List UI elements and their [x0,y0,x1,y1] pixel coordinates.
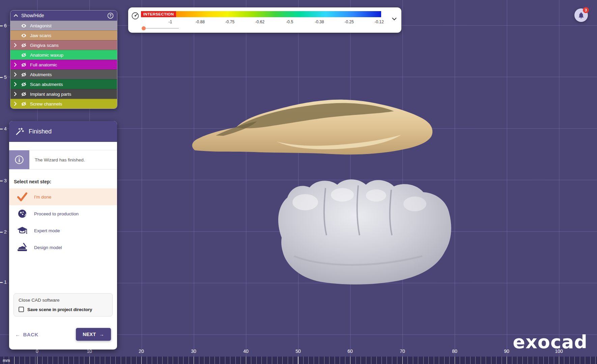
expand-chevron-right-icon[interactable] [14,102,18,106]
option-label: Expert mode [34,228,60,233]
option-label: Proceed to production [34,211,79,216]
gauge-icon[interactable] [131,12,139,20]
select-next-step-label: Select next step: [14,179,112,184]
wizard-footer: ← BACK NEXT → [9,328,117,341]
intersection-label: INTERSECTION [141,11,176,17]
chevron-down-icon[interactable] [392,18,397,21]
wizard-message: The Wizard has finished. [29,150,117,169]
bell-icon [578,11,585,19]
hidden-eye-icon[interactable] [21,62,27,68]
layer-row-antagonist[interactable]: Antagonist [10,21,117,30]
layer-row-full-anatomic[interactable]: Full anatomic [10,60,117,69]
notification-count-badge: 3 [583,7,589,13]
layer-label: Antagonist [30,23,52,28]
layer-label: Anatomic waxup [30,53,63,58]
tick-label: -0.75 [225,20,234,24]
option-proceed-to-production[interactable]: Proceed to production [9,205,117,222]
magic-wand-icon [15,127,24,136]
layer-row-anatomic-waxup[interactable]: Anatomic waxup [10,50,117,60]
tick-label: -0.5 [286,20,293,24]
intersection-panel: INTERSECTION -1 -0.88 -0.75 -0.62 -0.5 -… [128,7,401,33]
intersection-colorbar: INTERSECTION [141,11,381,17]
layer-label: Jaw scans [30,33,51,38]
svg-text:?: ? [109,14,111,18]
layer-label: Gingiva scans [30,43,59,48]
layer-row-scan-abutments[interactable]: Scan abutments [10,79,117,89]
hidden-eye-icon[interactable] [21,52,27,58]
wizard-info-banner: The Wizard has finished. [9,150,117,170]
tick-label: -0.62 [255,20,264,24]
slider-handle[interactable] [142,26,146,30]
back-label: BACK [23,332,38,337]
option-label: I'm done [34,194,51,200]
lower-jaw-model[interactable] [278,179,451,284]
layer-label: Scan abutments [30,82,63,87]
save-scene-checkbox-row[interactable]: Save scene in project directory [19,307,108,312]
show-hide-title: Show/Hide [21,13,44,18]
option-expert-mode[interactable]: Expert mode [9,222,117,239]
info-icon [15,155,24,164]
layer-row-gingiva-scans[interactable]: Gingiva scans [10,40,117,50]
layer-row-screw-channels[interactable]: Screw channels [10,99,117,109]
layer-label: Screw channels [30,101,62,107]
hidden-eye-icon[interactable] [21,82,27,87]
visible-eye-icon[interactable] [21,33,27,38]
back-arrow-icon: ← [15,332,21,337]
next-label: NEXT [83,332,96,337]
layer-label: Abutments [30,72,52,77]
expand-chevron-right-icon[interactable] [14,82,18,86]
wizard-header: Finished [9,121,117,142]
layer-row-implant-analog-parts[interactable]: Implant analog parts [10,89,117,99]
wizard-title: Finished [29,128,52,135]
notifications-button[interactable]: 3 [574,8,588,22]
tick-label: -0.12 [375,20,384,24]
tick-label: -0.38 [315,20,324,24]
option-label: Design model [34,245,62,250]
next-arrow-icon: → [100,332,105,337]
close-cad-title: Close CAD software [19,298,108,303]
design-model-icon [16,243,29,252]
expand-chevron-right-icon[interactable] [14,43,18,47]
collapse-chevron-up-icon[interactable] [14,14,18,17]
option-im-done[interactable]: I'm done [9,188,117,205]
tick-label: -0.25 [345,20,354,24]
hidden-eye-icon[interactable] [21,91,27,97]
check-icon [16,192,29,202]
hidden-eye-icon[interactable] [21,42,27,48]
option-design-model[interactable]: Design model [9,239,117,256]
save-scene-label: Save scene in project directory [27,307,92,312]
layer-label: Implant analog parts [30,92,71,97]
threshold-slider[interactable] [142,28,179,29]
expand-chevron-right-icon[interactable] [14,63,18,67]
show-hide-panel: Show/Hide ? Antagonist Jaw scans Gingiva… [10,10,117,109]
back-button[interactable]: ← BACK [15,332,38,337]
expand-chevron-right-icon[interactable] [14,72,18,77]
layer-row-jaw-scans[interactable]: Jaw scans [10,30,117,40]
layer-label: Full anatomic [30,62,57,67]
show-hide-header[interactable]: Show/Hide ? [10,10,117,21]
info-icon-strip [9,150,29,169]
hidden-eye-icon[interactable] [21,72,27,78]
expand-chevron-right-icon[interactable] [14,92,18,96]
next-button[interactable]: NEXT → [76,328,111,341]
wizard-panel: Finished The Wizard has finished. Select… [9,121,117,350]
exocad-logo: exocad [513,331,588,353]
layer-row-abutments[interactable]: Abutments [10,69,117,79]
save-scene-checkbox[interactable] [19,307,24,312]
graduation-cap-icon [16,226,29,235]
intersection-ticks: -1 -0.88 -0.75 -0.62 -0.5 -0.38 -0.25 -0… [141,20,381,25]
production-icon [16,209,29,219]
help-icon[interactable]: ? [107,12,114,19]
close-cad-section: Close CAD software Save scene in project… [13,293,113,316]
visible-eye-icon[interactable] [21,23,27,29]
upper-jaw-model[interactable] [192,100,432,155]
tick-label: -1 [169,20,172,24]
hidden-eye-icon[interactable] [21,101,27,107]
tick-label: -0.88 [195,20,204,24]
